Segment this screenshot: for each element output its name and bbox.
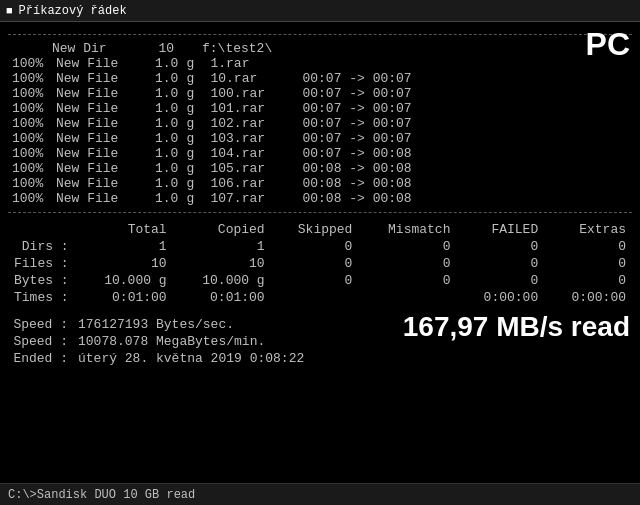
file-size: 1.0 xyxy=(122,161,182,176)
summary-row-value: 1 xyxy=(173,238,271,255)
file-size: 1.0 xyxy=(122,191,182,206)
file-unit: g xyxy=(182,146,202,161)
file-type: New File xyxy=(48,161,122,176)
summary-row-value xyxy=(358,289,456,306)
file-type: New File xyxy=(48,116,122,131)
file-times: 00:07 -> 00:07 xyxy=(272,131,632,146)
titlebar-icon: ■ xyxy=(6,5,13,17)
summary-row-label: Dirs : xyxy=(8,238,75,255)
header-count: 10 xyxy=(118,41,178,56)
file-row: 100% New File 1.0 g 100.rar 00:07 -> 00:… xyxy=(8,86,632,101)
file-type: New File xyxy=(48,56,122,71)
file-pct: 100% xyxy=(8,176,48,191)
big-result-label: 167,97 MB/s read xyxy=(403,311,630,343)
speed-label: Speed : xyxy=(8,334,68,349)
summary-row-value: 10.000 g xyxy=(75,272,173,289)
file-name: 1.rar xyxy=(202,56,272,71)
summary-col-header xyxy=(8,221,75,238)
file-size: 1.0 xyxy=(122,131,182,146)
speed-row: Ended :úterý 28. května 2019 0:08:22 xyxy=(8,350,632,367)
file-unit: g xyxy=(182,101,202,116)
summary-row-label: Times : xyxy=(8,289,75,306)
summary-row-value: 0 xyxy=(358,272,456,289)
titlebar-title: Příkazový řádek xyxy=(19,4,127,18)
summary-row-value: 0 xyxy=(456,255,544,272)
file-name: 107.rar xyxy=(202,191,272,206)
file-row: 100% New File 1.0 g 103.rar 00:07 -> 00:… xyxy=(8,131,632,146)
summary-row-value: 0 xyxy=(456,238,544,255)
file-times: 00:08 -> 00:08 xyxy=(272,161,632,176)
summary-row-value: 10 xyxy=(75,255,173,272)
file-pct: 100% xyxy=(8,56,48,71)
file-name: 10.rar xyxy=(202,71,272,86)
file-row: 100% New File 1.0 g 106.rar 00:08 -> 00:… xyxy=(8,176,632,191)
summary-row-value xyxy=(271,289,359,306)
file-row: 100% New File 1.0 g 105.rar 00:08 -> 00:… xyxy=(8,161,632,176)
summary-col-header: Extras xyxy=(544,221,632,238)
speed-value: 176127193 Bytes/sec. xyxy=(78,317,234,332)
summary-data-row: Times :0:01:000:01:000:00:000:00:00 xyxy=(8,289,632,306)
header-newdir: New Dir xyxy=(48,41,118,56)
file-name: 106.rar xyxy=(202,176,272,191)
file-unit: g xyxy=(182,191,202,206)
file-name: 105.rar xyxy=(202,161,272,176)
file-type: New File xyxy=(48,101,122,116)
summary-row-value: 0:00:00 xyxy=(544,289,632,306)
titlebar: ■ Příkazový řádek xyxy=(0,0,640,22)
file-size: 1.0 xyxy=(122,176,182,191)
file-times: 00:08 -> 00:08 xyxy=(272,191,632,206)
header-pct xyxy=(8,41,48,56)
file-unit: g xyxy=(182,56,202,71)
summary-row-value: 10 xyxy=(173,255,271,272)
file-type: New File xyxy=(48,176,122,191)
file-row: 100% New File 1.0 g 101.rar 00:07 -> 00:… xyxy=(8,101,632,116)
summary-row-value: 0 xyxy=(271,255,359,272)
statusbar: C:\>Sandisk DUO 10 GB read xyxy=(0,483,640,505)
file-pct: 100% xyxy=(8,86,48,101)
file-pct: 100% xyxy=(8,146,48,161)
file-size: 1.0 xyxy=(122,116,182,131)
summary-col-header: FAILED xyxy=(456,221,544,238)
summary-row-value: 0 xyxy=(456,272,544,289)
file-name: 104.rar xyxy=(202,146,272,161)
file-name: 103.rar xyxy=(202,131,272,146)
top-divider xyxy=(8,34,632,35)
speed-label: Ended : xyxy=(8,351,68,366)
speed-value: úterý 28. května 2019 0:08:22 xyxy=(78,351,304,366)
file-row: 100% New File 1.0 g 1.rar xyxy=(8,56,632,71)
summary-row-value: 0 xyxy=(544,272,632,289)
file-times: 00:08 -> 00:08 xyxy=(272,176,632,191)
file-header-table: New Dir 10 f:\test2\ xyxy=(8,41,632,56)
summary-row-label: Bytes : xyxy=(8,272,75,289)
file-pct: 100% xyxy=(8,71,48,86)
speed-value: 10078.078 MegaBytes/min. xyxy=(78,334,265,349)
summary-data-row: Dirs :110000 xyxy=(8,238,632,255)
summary-row-value: 1 xyxy=(75,238,173,255)
file-name: 102.rar xyxy=(202,116,272,131)
file-unit: g xyxy=(182,86,202,101)
summary-header-row: TotalCopiedSkippedMismatchFAILEDExtras xyxy=(8,221,632,238)
summary-row-value: 0 xyxy=(544,238,632,255)
summary-row-value: 10.000 g xyxy=(173,272,271,289)
summary-row-value: 0 xyxy=(271,238,359,255)
file-size: 1.0 xyxy=(122,101,182,116)
file-type: New File xyxy=(48,86,122,101)
file-pct: 100% xyxy=(8,161,48,176)
file-size: 1.0 xyxy=(122,86,182,101)
file-times: 00:07 -> 00:07 xyxy=(272,116,632,131)
summary-row-value: 0 xyxy=(271,272,359,289)
summary-section: TotalCopiedSkippedMismatchFAILEDExtrasDi… xyxy=(8,221,632,306)
file-pct: 100% xyxy=(8,116,48,131)
file-pct: 100% xyxy=(8,101,48,116)
file-pct: 100% xyxy=(8,131,48,146)
file-type: New File xyxy=(48,146,122,161)
summary-row-value: 0 xyxy=(544,255,632,272)
summary-col-header: Copied xyxy=(173,221,271,238)
mid-divider xyxy=(8,212,632,213)
main-content: PC New Dir 10 f:\test2\ 100% New File 1.… xyxy=(0,22,640,373)
file-unit: g xyxy=(182,131,202,146)
pc-label: PC xyxy=(586,26,630,63)
summary-data-row: Files :10100000 xyxy=(8,255,632,272)
header-times xyxy=(276,41,632,56)
summary-table: TotalCopiedSkippedMismatchFAILEDExtrasDi… xyxy=(8,221,632,306)
